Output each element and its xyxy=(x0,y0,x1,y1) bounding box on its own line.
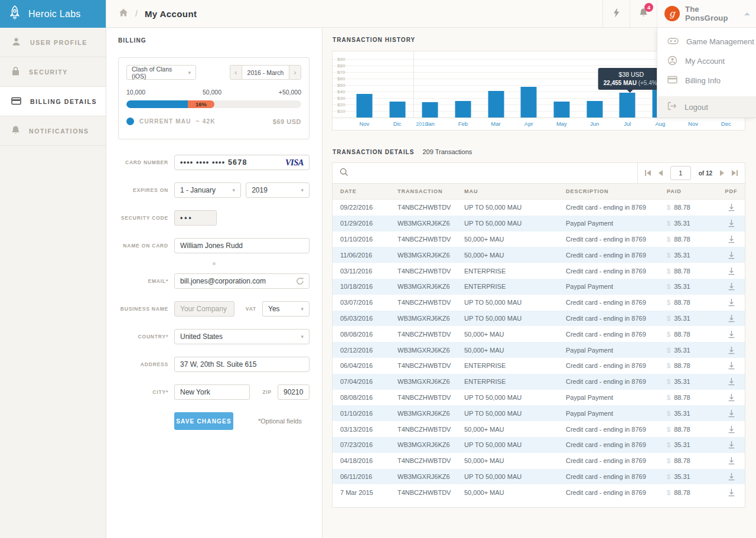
activity-button[interactable] xyxy=(602,0,630,27)
period-prev-button[interactable]: ‹ xyxy=(230,65,242,80)
avatar: g xyxy=(664,6,680,21)
menu-item-logout[interactable]: Logout xyxy=(657,96,756,118)
legend-dot-icon xyxy=(126,118,134,125)
business-name-input[interactable] xyxy=(174,301,234,317)
country-select[interactable]: United States▾ xyxy=(174,329,309,344)
sidebar-item-billing-details[interactable]: BILLING DETAILS xyxy=(0,87,106,116)
menu-item-game-management[interactable]: Game Management xyxy=(657,32,756,51)
city-input[interactable] xyxy=(174,384,250,400)
first-page-button[interactable] xyxy=(645,170,651,176)
cell-mau: ENTERPRISE xyxy=(464,362,566,369)
menu-item-label: Logout xyxy=(685,103,708,112)
cell-transaction: WB3MGXRJ6KZ6 xyxy=(397,441,464,448)
download-pdf-button[interactable] xyxy=(728,282,735,291)
usage-meter-current-segment xyxy=(126,100,188,108)
bar-jan[interactable] xyxy=(422,102,438,118)
next-page-button[interactable] xyxy=(720,170,724,176)
cell-paid: $88.78 xyxy=(667,489,718,496)
cell-paid: $88.78 xyxy=(667,426,718,433)
tier-min-label: 10,000 xyxy=(126,89,145,96)
bar-feb[interactable] xyxy=(455,101,471,118)
usage-meter-overage-segment: 16% xyxy=(188,100,215,108)
zip-input[interactable] xyxy=(278,384,309,400)
cell-mau: 50,000+ MAU xyxy=(464,347,566,354)
table-row: 08/08/2016 T4NBCZHWBTDV UP TO 50,000 MAU… xyxy=(333,390,745,406)
cell-description: Credit card - ending in 8769 xyxy=(566,236,667,243)
download-pdf-button[interactable] xyxy=(728,425,735,433)
cell-paid: $35.31 xyxy=(667,378,718,385)
cell-description: Credit card - ending in 8769 xyxy=(566,331,667,338)
table-row: 07/04/2016 WB3MGXRJ6KZ6 ENTERPRISE Credi… xyxy=(333,374,745,390)
notifications-button[interactable]: 4 xyxy=(630,0,657,27)
page-number-input[interactable] xyxy=(670,166,691,180)
prev-page-button[interactable] xyxy=(659,170,663,176)
vat-select[interactable]: Yes▾ xyxy=(262,301,309,317)
game-select[interactable]: Clash of Clans (iOS) ▾ xyxy=(126,65,196,80)
bar-dic[interactable] xyxy=(389,102,405,118)
column-header-mau: MAU xyxy=(464,188,566,194)
sidebar-item-security[interactable]: SECURITY xyxy=(0,57,106,87)
download-pdf-button[interactable] xyxy=(728,219,735,227)
bar-jun[interactable] xyxy=(586,101,602,118)
bar-apr[interactable] xyxy=(521,87,537,118)
bar-jul[interactable] xyxy=(620,93,636,118)
home-icon[interactable] xyxy=(119,8,128,19)
cell-description: Credit card - ending in 8769 xyxy=(566,268,667,275)
download-pdf-button[interactable] xyxy=(728,472,735,481)
expiry-month-select[interactable]: 1 - January▾ xyxy=(174,182,241,198)
name-on-card-input[interactable] xyxy=(174,238,309,253)
cell-description: Paypal Payment xyxy=(566,410,667,417)
refresh-icon[interactable] xyxy=(296,277,304,288)
credit-card-icon xyxy=(667,76,677,86)
download-pdf-button[interactable] xyxy=(728,393,735,402)
sidebar-item-user-profile[interactable]: USER PROFILE xyxy=(0,28,106,57)
cell-transaction: WB3MGXRJ6KZ6 xyxy=(397,283,464,290)
save-changes-button[interactable]: SAVE CHANGES xyxy=(174,412,233,430)
cell-date: 01/10/2016 xyxy=(333,236,397,243)
logout-icon xyxy=(667,102,677,112)
download-pdf-button[interactable] xyxy=(728,330,735,338)
security-code-field[interactable]: ••• xyxy=(174,210,217,226)
expiry-year-select[interactable]: 2019▾ xyxy=(246,182,309,198)
menu-item-billing-info[interactable]: Billing Info xyxy=(657,71,756,90)
bar-nov[interactable] xyxy=(356,94,372,118)
cell-mau: UP TO 50,000 MAU xyxy=(464,473,566,480)
download-pdf-button[interactable] xyxy=(728,441,735,449)
bar-may[interactable] xyxy=(553,102,569,118)
cell-transaction: T4NBCZHWBTDV xyxy=(397,457,464,464)
period-next-button[interactable]: › xyxy=(289,65,301,80)
cell-date: 03/11/2016 xyxy=(333,268,397,275)
email-input[interactable] xyxy=(174,273,309,289)
download-pdf-button[interactable] xyxy=(728,203,735,211)
cell-description: Paypal Payment xyxy=(566,394,667,401)
bar-mar[interactable] xyxy=(488,91,504,118)
last-page-button[interactable] xyxy=(732,170,738,176)
sidebar-item-notifications[interactable]: NOTIFICATIONS xyxy=(0,116,106,146)
menu-item-my-account[interactable]: My Account xyxy=(657,51,756,71)
table-row: 01/10/2016 T4NBCZHWBTDV 50,000+ MAU Cred… xyxy=(333,231,745,247)
column-header-transaction: TRANSACTION xyxy=(397,188,464,194)
download-pdf-button[interactable] xyxy=(728,346,735,354)
download-pdf-button[interactable] xyxy=(728,409,735,418)
cell-date: 09/22/2016 xyxy=(333,204,397,211)
download-pdf-button[interactable] xyxy=(728,377,735,386)
download-pdf-button[interactable] xyxy=(728,267,735,275)
download-pdf-button[interactable] xyxy=(728,235,735,243)
download-pdf-button[interactable] xyxy=(728,251,735,259)
cell-mau: 50,000+ MAU xyxy=(464,457,566,464)
card-number-field[interactable]: •••• •••• •••• 5678 VISA xyxy=(174,155,309,170)
address-input[interactable] xyxy=(174,357,309,372)
transactions-table-body: 09/22/2016 T4NBCZHWBTDV UP TO 50,000 MAU… xyxy=(333,200,745,500)
download-pdf-button[interactable] xyxy=(728,457,735,465)
user-icon xyxy=(11,37,21,48)
table-row: 10/18/2016 WB3MGXRJ6KZ6 ENTERPRISE Paypa… xyxy=(333,279,745,295)
download-pdf-button[interactable] xyxy=(728,361,735,370)
download-pdf-button[interactable] xyxy=(728,488,735,497)
user-menu-button[interactable]: g The PonsGroup xyxy=(657,0,756,27)
column-header-date: DATE xyxy=(333,188,397,194)
download-pdf-button[interactable] xyxy=(728,314,735,322)
cell-transaction: WB3MGXRJ6KZ6 xyxy=(397,347,464,354)
brand-logo[interactable]: Heroic Labs xyxy=(0,0,106,28)
search-input[interactable] xyxy=(353,163,637,183)
download-pdf-button[interactable] xyxy=(728,298,735,307)
